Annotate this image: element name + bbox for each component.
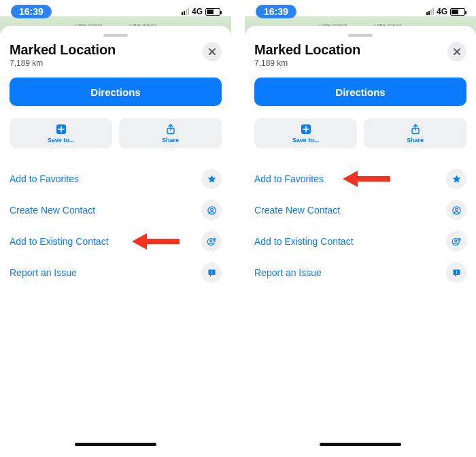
sheet-grabber[interactable] (103, 34, 128, 37)
svg-rect-7 (211, 271, 211, 273)
status-time-pill: 16:39 (256, 5, 296, 18)
status-bar: 16:39 4G (245, 0, 476, 23)
location-sheet: Marked Location 7,189 km Directions Save… (245, 26, 476, 450)
row-add-to-existing-contact[interactable]: Add to Existing Contact (10, 226, 222, 257)
contact-add-icon (201, 231, 222, 252)
svg-point-5 (209, 239, 211, 241)
row-add-to-favorites[interactable]: Add to Favorites (10, 163, 222, 194)
row-label: Report an Issue (10, 267, 77, 278)
row-label: Create New Contact (10, 205, 95, 216)
screenshot-right: 16:39 4G Little Island Little Island Mar… (245, 0, 476, 457)
svg-point-12 (455, 208, 458, 211)
status-right: 4G (426, 7, 465, 16)
directions-button[interactable]: Directions (10, 78, 222, 106)
location-sheet: Marked Location 7,189 km Directions Save… (0, 26, 231, 450)
screenshot-left: 16:39 4G Little Island Little Island Mar… (0, 0, 231, 457)
save-to-label: Save to... (292, 137, 320, 143)
svg-rect-16 (456, 271, 456, 273)
plus-square-icon (301, 123, 311, 135)
annotation-arrow (343, 169, 390, 188)
report-icon (446, 263, 466, 283)
close-icon (208, 48, 216, 56)
share-button[interactable]: Share (119, 118, 222, 148)
share-icon (410, 123, 421, 135)
save-to-button[interactable]: Save to... (10, 118, 112, 148)
cellular-signal-icon (182, 8, 189, 15)
share-label: Share (162, 137, 179, 143)
row-add-to-favorites[interactable]: Add to Favorites (254, 163, 466, 194)
annotation-arrow (132, 232, 180, 251)
battery-icon (450, 8, 465, 16)
share-icon (165, 123, 176, 135)
contact-icon (201, 200, 222, 220)
sheet-title: Marked Location (254, 42, 360, 58)
sheet-grabber[interactable] (348, 34, 373, 37)
cellular-signal-icon (426, 8, 434, 15)
star-icon (446, 169, 466, 189)
row-label: Add to Favorites (10, 173, 79, 184)
row-label: Add to Favorites (254, 173, 324, 184)
save-to-label: Save to... (48, 137, 75, 143)
share-button[interactable]: Share (364, 118, 466, 148)
star-icon (201, 169, 222, 189)
share-label: Share (407, 137, 424, 143)
save-to-button[interactable]: Save to... (254, 118, 357, 148)
close-button[interactable] (447, 42, 466, 61)
row-label: Add to Existing Contact (254, 236, 354, 247)
close-button[interactable] (203, 42, 222, 61)
report-icon (201, 263, 222, 283)
action-list: Add to Favorites Create New Contact Add … (10, 163, 222, 288)
row-label: Report an Issue (254, 267, 322, 278)
row-label: Create New Contact (254, 205, 340, 216)
battery-icon (205, 8, 220, 16)
row-report-issue[interactable]: Report an Issue (10, 257, 222, 288)
status-bar: 16:39 4G (0, 0, 231, 23)
contact-add-icon (446, 231, 466, 252)
action-list: Add to Favorites Create New Contact Add … (254, 163, 466, 288)
svg-rect-8 (211, 273, 211, 273)
svg-rect-17 (456, 273, 456, 273)
close-icon (453, 48, 461, 56)
row-report-issue[interactable]: Report an Issue (254, 257, 466, 288)
status-time-pill: 16:39 (11, 5, 52, 18)
sheet-title: Marked Location (10, 42, 116, 58)
row-create-new-contact[interactable]: Create New Contact (254, 194, 466, 226)
home-indicator[interactable] (75, 443, 156, 446)
plus-square-icon (56, 123, 67, 135)
row-create-new-contact[interactable]: Create New Contact (10, 194, 222, 226)
row-label: Add to Existing Contact (10, 236, 109, 247)
home-indicator[interactable] (320, 443, 401, 446)
svg-point-14 (454, 239, 456, 241)
sheet-subtitle: 7,189 km (254, 58, 360, 68)
sheet-subtitle: 7,189 km (10, 58, 116, 68)
svg-point-3 (210, 208, 213, 211)
contact-icon (446, 200, 466, 220)
row-add-to-existing-contact[interactable]: Add to Existing Contact (254, 226, 466, 257)
status-right: 4G (182, 7, 220, 16)
network-label: 4G (192, 7, 203, 16)
directions-button[interactable]: Directions (254, 78, 466, 106)
network-label: 4G (437, 7, 447, 16)
